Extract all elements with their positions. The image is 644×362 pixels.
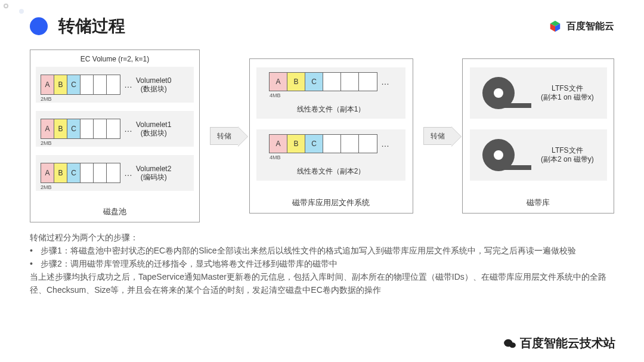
ec-volume-title: EC Volume (r=2, k=1) bbox=[80, 55, 149, 63]
tape-reel-icon bbox=[482, 139, 515, 171]
block-cell: A bbox=[41, 75, 54, 94]
tape-row: LTFS文件(副本1 on 磁带x) bbox=[470, 67, 607, 119]
block-cell bbox=[341, 73, 359, 91]
panel-footer: 磁带库 bbox=[527, 197, 550, 211]
desc-line: 步骤2：调用磁带库管理系统的迁移指令，显式地将卷文件迁移到磁带库的磁带中 bbox=[41, 257, 338, 270]
block-cell bbox=[107, 75, 120, 94]
block-cell: B bbox=[287, 135, 305, 153]
block-cell bbox=[94, 163, 107, 182]
panel-disk-pool: EC Volume (r=2, k=1) A B C … Volumelet0(… bbox=[30, 49, 200, 222]
block-cell bbox=[107, 163, 120, 182]
block-size: 4MB bbox=[270, 92, 281, 98]
block-row: A B C bbox=[269, 134, 377, 153]
block-cell: A bbox=[270, 135, 287, 153]
wechat-icon bbox=[503, 338, 516, 349]
block-row: A B C bbox=[269, 72, 377, 91]
block-cell: C bbox=[67, 75, 80, 94]
arrow-icon: 转储 bbox=[210, 127, 239, 145]
volumelet-row: A B C … Volumelet1(数据块) 2MB bbox=[36, 111, 194, 147]
linear-file-label: 线性卷文件（副本2） bbox=[297, 166, 366, 177]
ltfs-label: LTFS文件(副本1 on 磁带x) bbox=[541, 84, 594, 102]
desc-line: 转储过程分为两个大的步骤： bbox=[30, 231, 614, 244]
volumelet-label: Volumelet0(数据块) bbox=[136, 76, 171, 93]
arrow-icon: 转储 bbox=[423, 127, 452, 145]
block-row: A B C bbox=[41, 75, 120, 95]
volumelet-row: A B C … Volumelet0(数据块) 2MB bbox=[36, 67, 194, 103]
watermark-text: 百度智能云技术站 bbox=[520, 335, 615, 351]
block-cell: C bbox=[67, 119, 80, 138]
desc-line: 当上述步骤均执行成功之后，TapeService通知Master更新卷的元信息，… bbox=[30, 270, 614, 296]
block-cell: B bbox=[54, 119, 67, 138]
block-cell bbox=[359, 135, 377, 153]
brand-name: 百度智能云 bbox=[566, 20, 614, 33]
block-size: 2MB bbox=[41, 184, 52, 190]
ellipsis-icon: … bbox=[381, 139, 389, 148]
tape-row: LTFS文件(副本2 on 磁带y) bbox=[470, 129, 607, 181]
slide-title: 转储过程 bbox=[58, 15, 125, 38]
pager-indicator bbox=[4, 4, 8, 8]
block-cell bbox=[323, 135, 341, 153]
panel-tape-library: LTFS文件(副本1 on 磁带x) LTFS文件(副本2 on 磁带y) 磁带… bbox=[462, 58, 614, 214]
panel-tape-fs: A B C … 4MB 线性卷文件（副本1） A B C bbox=[249, 58, 413, 214]
block-cell: A bbox=[41, 163, 54, 182]
block-cell bbox=[359, 73, 377, 91]
volumelet-label: Volumelet1(数据块) bbox=[136, 120, 171, 137]
block-cell bbox=[80, 75, 94, 94]
ellipsis-icon: … bbox=[124, 80, 132, 89]
block-cell: B bbox=[54, 75, 67, 94]
block-cell: A bbox=[270, 73, 287, 91]
volumelet-row: A B C … Volumelet2(编码块) 2MB bbox=[36, 155, 194, 191]
brand-logo: 百度智能云 bbox=[549, 20, 614, 33]
watermark: 百度智能云技术站 bbox=[503, 335, 615, 351]
panel-footer: 磁盘池 bbox=[103, 206, 126, 219]
header: 转储过程 百度智能云 bbox=[0, 0, 644, 47]
ellipsis-icon: … bbox=[381, 77, 389, 86]
block-cell bbox=[94, 75, 107, 94]
block-cell: A bbox=[41, 119, 54, 138]
block-cell bbox=[80, 119, 94, 138]
block-size: 2MB bbox=[41, 140, 52, 146]
linear-file-label: 线性卷文件（副本1） bbox=[297, 104, 366, 115]
block-cell: C bbox=[67, 163, 80, 182]
tape-reel-icon bbox=[482, 77, 515, 109]
block-row: A B C bbox=[41, 163, 120, 183]
block-cell: C bbox=[305, 135, 323, 153]
block-cell: B bbox=[287, 73, 305, 91]
block-cell bbox=[323, 73, 341, 91]
svg-point-1 bbox=[509, 342, 516, 348]
block-cell bbox=[94, 119, 107, 138]
ellipsis-icon: … bbox=[124, 168, 132, 178]
ltfs-label: LTFS文件(副本2 on 磁带y) bbox=[541, 146, 594, 164]
block-cell: C bbox=[305, 73, 323, 91]
ellipsis-icon: … bbox=[124, 124, 132, 134]
block-cell bbox=[80, 163, 94, 182]
block-cell: B bbox=[54, 163, 67, 182]
block-cell bbox=[341, 135, 359, 153]
block-size: 4MB bbox=[270, 154, 281, 160]
description-text: 转储过程分为两个大的步骤： •步骤1：将磁盘池中密封状态的EC卷内部的Slice… bbox=[0, 222, 644, 296]
linear-file-row: A B C … 4MB 线性卷文件（副本2） bbox=[256, 129, 405, 181]
block-cell bbox=[107, 119, 120, 138]
desc-line: 步骤1：将磁盘池中密封状态的EC卷内部的Slice全部读出来然后以线性文件的格式… bbox=[41, 244, 576, 257]
linear-file-row: A B C … 4MB 线性卷文件（副本1） bbox=[256, 67, 405, 119]
diagram: EC Volume (r=2, k=1) A B C … Volumelet0(… bbox=[0, 49, 644, 222]
panel-footer: 磁带库应用层文件系统 bbox=[292, 197, 370, 211]
slide-bullet-icon bbox=[30, 17, 48, 35]
cube-icon bbox=[549, 20, 562, 33]
block-size: 2MB bbox=[41, 96, 52, 102]
block-row: A B C bbox=[41, 119, 120, 139]
volumelet-label: Volumelet2(编码块) bbox=[136, 165, 171, 181]
